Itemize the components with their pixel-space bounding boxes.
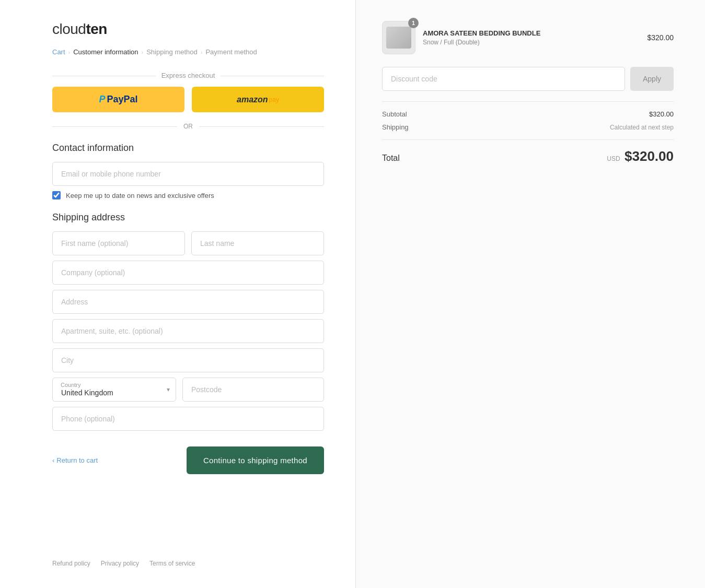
- shipping-value: Calculated at next step: [610, 124, 674, 131]
- totals-section: Subtotal $320.00 Shipping Calculated at …: [382, 101, 674, 164]
- name-row: [52, 231, 324, 255]
- country-postcode-row: Country United Kingdom United States Can…: [52, 378, 324, 402]
- newsletter-row: Keep me up to date on news and exclusive…: [52, 191, 324, 199]
- shipping-section-title: Shipping address: [52, 212, 324, 223]
- amazon-pay-button[interactable]: amazon pay: [192, 87, 324, 112]
- express-buttons: P PayPal amazon pay: [52, 87, 324, 112]
- address-field-wrapper: [52, 290, 324, 314]
- contact-section-title: Contact information: [52, 143, 324, 154]
- apply-discount-button[interactable]: Apply: [630, 67, 674, 91]
- or-divider: OR: [52, 123, 324, 130]
- left-panel: cloudten Cart › Customer information › S…: [0, 0, 355, 588]
- right-panel: 1 AMORA SATEEN BEDDING BUNDLE Snow / Ful…: [355, 0, 705, 588]
- refund-policy-link[interactable]: Refund policy: [52, 560, 90, 567]
- company-field-wrapper: [52, 261, 324, 285]
- logo: cloudten: [52, 21, 324, 38]
- address-input[interactable]: [52, 290, 324, 314]
- phone-input[interactable]: [52, 407, 324, 431]
- footer-links: Refund policy Privacy policy Terms of se…: [52, 560, 324, 567]
- newsletter-label: Keep me up to date on news and exclusive…: [66, 192, 214, 199]
- paypal-p-icon: P: [99, 94, 105, 105]
- product-details: AMORA SATEEN BEDDING BUNDLE Snow / Full …: [423, 29, 640, 46]
- first-name-input[interactable]: [52, 231, 185, 255]
- total-currency: USD: [607, 155, 620, 162]
- chevron-icon: ›: [68, 49, 71, 55]
- return-to-cart-button[interactable]: ‹ Return to cart: [52, 456, 98, 464]
- breadcrumb-customer-info: Customer information: [73, 48, 138, 56]
- total-label: Total: [382, 154, 400, 163]
- discount-input[interactable]: [382, 67, 625, 91]
- city-field-wrapper: [52, 348, 324, 372]
- subtotal-value: $320.00: [649, 110, 674, 118]
- discount-row: Apply: [382, 67, 674, 91]
- shipping-row: Shipping Calculated at next step: [382, 123, 674, 131]
- chevron-left-icon: ‹: [52, 456, 54, 464]
- last-name-input[interactable]: [191, 231, 324, 255]
- product-price: $320.00: [647, 33, 674, 42]
- apt-input[interactable]: [52, 319, 324, 343]
- privacy-policy-link[interactable]: Privacy policy: [101, 560, 139, 567]
- company-input[interactable]: [52, 261, 324, 285]
- breadcrumb-cart[interactable]: Cart: [52, 48, 65, 56]
- breadcrumb: Cart › Customer information › Shipping m…: [52, 48, 324, 56]
- postcode-input[interactable]: [182, 378, 324, 402]
- chevron-icon: ›: [201, 49, 203, 55]
- country-select-wrapper: Country United Kingdom United States Can…: [52, 378, 176, 402]
- continue-button[interactable]: Continue to shipping method: [187, 446, 324, 474]
- total-amount: $320.00: [625, 148, 674, 164]
- email-input[interactable]: [52, 162, 324, 186]
- subtotal-row: Subtotal $320.00: [382, 110, 674, 118]
- or-text: OR: [183, 123, 193, 130]
- phone-field-wrapper: [52, 407, 324, 431]
- apt-field-wrapper: [52, 319, 324, 343]
- paypal-label: PayPal: [107, 94, 137, 105]
- logo-bold: ten: [86, 21, 107, 37]
- amazon-pay-label: pay: [269, 96, 279, 103]
- chevron-icon: ›: [142, 49, 144, 55]
- product-image-wrapper: 1: [382, 21, 415, 54]
- order-item: 1 AMORA SATEEN BEDDING BUNDLE Snow / Ful…: [382, 21, 674, 54]
- breadcrumb-shipping-method: Shipping method: [146, 48, 198, 56]
- shipping-label: Shipping: [382, 123, 409, 131]
- total-row: Total USD $320.00: [382, 139, 674, 164]
- action-row: ‹ Return to cart Continue to shipping me…: [52, 446, 324, 474]
- city-input[interactable]: [52, 348, 324, 372]
- logo-light: cloud: [52, 21, 86, 37]
- subtotal-label: Subtotal: [382, 110, 407, 118]
- amazon-label: amazon: [237, 95, 268, 104]
- terms-of-service-link[interactable]: Terms of service: [149, 560, 195, 567]
- product-thumbnail: [386, 27, 411, 49]
- express-checkout-label: Express checkout: [52, 72, 324, 79]
- breadcrumb-payment-method: Payment method: [205, 48, 257, 56]
- email-field-wrapper: [52, 162, 324, 186]
- country-select[interactable]: United Kingdom United States Canada Aust…: [52, 378, 176, 402]
- product-name: AMORA SATEEN BEDDING BUNDLE: [423, 29, 640, 37]
- return-label: Return to cart: [56, 456, 98, 464]
- newsletter-checkbox[interactable]: [52, 191, 61, 199]
- item-quantity-badge: 1: [408, 18, 419, 28]
- total-amount-wrapper: USD $320.00: [607, 148, 674, 164]
- product-variant: Snow / Full (Double): [423, 39, 640, 46]
- paypal-button[interactable]: P PayPal: [52, 87, 184, 112]
